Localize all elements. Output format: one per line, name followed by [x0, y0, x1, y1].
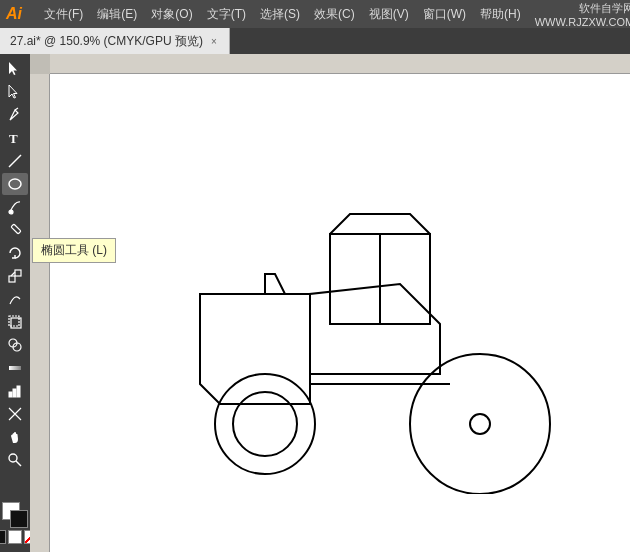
gradient-tool[interactable]: [2, 357, 28, 379]
scale-tool[interactable]: [2, 265, 28, 287]
document-tab[interactable]: 27.ai* @ 150.9% (CMYK/GPU 预览) ×: [0, 28, 230, 54]
menu-window[interactable]: 窗口(W): [417, 4, 472, 25]
paintbrush-tool[interactable]: [2, 196, 28, 218]
menu-bar: 文件(F) 编辑(E) 对象(O) 文字(T) 选择(S) 效果(C) 视图(V…: [38, 4, 527, 25]
tractor-drawing: [110, 114, 560, 494]
warp-tool[interactable]: [2, 288, 28, 310]
pencil-tool[interactable]: [2, 219, 28, 241]
tractor-svg: [110, 114, 560, 494]
ai-logo: Ai: [6, 5, 22, 23]
svg-point-25: [470, 414, 490, 434]
slice-tool[interactable]: [2, 403, 28, 425]
selection-tool[interactable]: [2, 58, 28, 80]
top-bar: Ai 文件(F) 编辑(E) 对象(O) 文字(T) 选择(S) 效果(C) 视…: [0, 0, 630, 28]
svg-rect-15: [9, 392, 12, 397]
menu-view[interactable]: 视图(V): [363, 4, 415, 25]
rotate-tool[interactable]: [2, 242, 28, 264]
zoom-tool[interactable]: [2, 449, 28, 471]
tab-close-button[interactable]: ×: [209, 36, 219, 47]
main-area: T: [0, 54, 630, 552]
svg-marker-0: [9, 62, 17, 75]
svg-point-22: [215, 374, 315, 474]
left-toolbar: T: [0, 54, 30, 552]
svg-rect-17: [17, 386, 20, 397]
quick-white-swatch[interactable]: [8, 530, 22, 544]
hand-tool[interactable]: [2, 426, 28, 448]
canvas-inner: [50, 74, 630, 552]
svg-point-18: [9, 454, 17, 462]
direct-selection-tool[interactable]: [2, 81, 28, 103]
menu-select[interactable]: 选择(S): [254, 4, 306, 25]
menu-file[interactable]: 文件(F): [38, 4, 89, 25]
ellipse-tool[interactable]: [2, 173, 28, 195]
menu-object[interactable]: 对象(O): [145, 4, 198, 25]
svg-rect-8: [15, 270, 21, 276]
svg-point-24: [410, 354, 550, 494]
svg-point-23: [233, 392, 297, 456]
watermark: 软件自学网 WWW.RJZXW.COM: [535, 1, 630, 28]
svg-line-9: [11, 272, 15, 276]
tab-bar: 27.ai* @ 150.9% (CMYK/GPU 预览) ×: [0, 28, 630, 54]
pen-tool[interactable]: [2, 104, 28, 126]
svg-rect-6: [11, 224, 21, 234]
chart-tool[interactable]: [2, 380, 28, 402]
ruler-top: [50, 54, 630, 74]
tab-label: 27.ai* @ 150.9% (CMYK/GPU 预览): [10, 33, 203, 50]
svg-marker-1: [9, 85, 17, 98]
svg-point-5: [9, 210, 13, 214]
svg-rect-16: [13, 389, 16, 397]
menu-text[interactable]: 文字(T): [201, 4, 252, 25]
svg-line-19: [16, 461, 21, 466]
free-transform-tool[interactable]: [2, 311, 28, 333]
line-tool[interactable]: [2, 150, 28, 172]
ruler-corner: [30, 54, 50, 74]
quick-black-swatch[interactable]: [0, 530, 6, 544]
ruler-left: [30, 54, 50, 552]
svg-text:T: T: [9, 131, 18, 146]
svg-rect-14: [9, 366, 21, 370]
canvas-area[interactable]: [30, 54, 630, 552]
type-tool[interactable]: T: [2, 127, 28, 149]
color-swatches[interactable]: [2, 502, 28, 528]
menu-help[interactable]: 帮助(H): [474, 4, 527, 25]
stroke-swatch[interactable]: [10, 510, 28, 528]
svg-line-3: [9, 155, 21, 167]
menu-edit[interactable]: 编辑(E): [91, 4, 143, 25]
svg-rect-7: [9, 276, 15, 282]
menu-effect[interactable]: 效果(C): [308, 4, 361, 25]
svg-point-4: [9, 179, 21, 189]
shape-builder-tool[interactable]: [2, 334, 28, 356]
